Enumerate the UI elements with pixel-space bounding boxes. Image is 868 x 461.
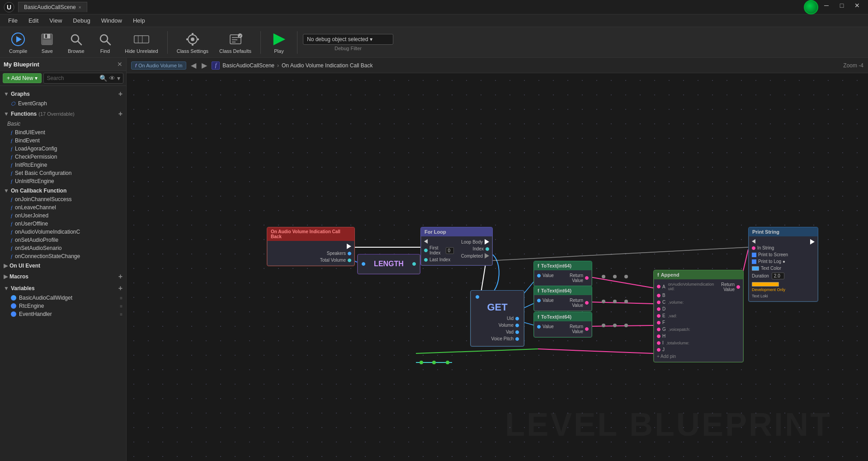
append-j-pin[interactable]: J: [654, 346, 717, 353]
to-text-3-return-pin[interactable]: Return Value: [563, 323, 591, 335]
cb-audio-vol-indication[interactable]: f onAudioVolumeIndicationC: [0, 228, 126, 236]
length-out-pin[interactable]: [412, 262, 416, 266]
func-bind-event[interactable]: f BindEvent: [0, 136, 126, 145]
print-color-swatch[interactable]: [752, 266, 759, 271]
menu-file[interactable]: File: [4, 15, 22, 26]
var-rtc-engine[interactable]: RtcEngine ≡: [0, 302, 126, 310]
get-volume-out[interactable]: Volume: [473, 322, 522, 329]
variables-section-header[interactable]: ▼ Variables +: [0, 283, 126, 294]
close-btn[interactable]: ✕: [850, 0, 864, 11]
to-text-3-value-pin[interactable]: Value: [534, 323, 563, 330]
append-h-pin[interactable]: H: [654, 333, 717, 339]
for-loop-body-pin[interactable]: Loop Body: [457, 238, 492, 245]
for-loop-index-pin[interactable]: Index: [457, 245, 492, 252]
nav-back-btn[interactable]: ◀: [189, 60, 198, 71]
event-exec-out-pin[interactable]: [268, 243, 354, 250]
print-exec-in[interactable]: [749, 238, 807, 245]
dropdown-icon[interactable]: ▾: [117, 75, 120, 82]
get-node[interactable]: GET Uid Volume Vad: [470, 290, 524, 347]
add-new-button[interactable]: + Add New ▾: [3, 73, 42, 83]
append-i-pin[interactable]: I ,totalvolume:: [654, 339, 717, 346]
print-exec-out[interactable]: [807, 238, 817, 245]
var-collapse-2[interactable]: ≡: [120, 312, 123, 317]
maximize-btn[interactable]: □: [835, 0, 849, 11]
event-node[interactable]: On Audio Volume Indication Call Back Spe…: [267, 227, 355, 266]
event-graph-item[interactable]: ⬡ EventGraph: [0, 99, 126, 108]
class-defaults-button[interactable]: ✓ Class Defaults: [216, 29, 255, 56]
print-to-screen-pin[interactable]: Print to Screen: [749, 251, 807, 258]
get-voice-pitch-out[interactable]: Voice Pitch: [473, 335, 522, 342]
menu-edit[interactable]: Edit: [24, 15, 43, 26]
to-text-2-node[interactable]: f ToText(int64) Value Return: [533, 286, 592, 311]
hide-unrelated-button[interactable]: Hide Unrelated: [121, 29, 161, 56]
for-loop-node[interactable]: For Loop First Index 0: [420, 227, 493, 266]
variables-add-btn[interactable]: +: [118, 284, 123, 292]
cb-connection-state[interactable]: f onConnectionStateChange: [0, 252, 126, 260]
to-text-1-node[interactable]: f ToText(int64) Value Return: [533, 261, 592, 287]
for-loop-completed-pin[interactable]: Completed: [457, 252, 492, 259]
minimize-btn[interactable]: ─: [819, 0, 834, 11]
function-tab[interactable]: f On Audio Volume In: [131, 61, 186, 70]
cb-leave-channel[interactable]: f onLeaveChannel: [0, 203, 126, 212]
to-text-3-node[interactable]: f ToText(int64) Value Return: [533, 312, 592, 338]
for-loop-first-index-pin[interactable]: First Index 0: [421, 245, 457, 256]
menu-debug[interactable]: Debug: [68, 15, 94, 26]
to-text-2-value-pin[interactable]: Value: [534, 297, 563, 304]
menu-window[interactable]: Window: [97, 15, 127, 26]
var-collapse-1[interactable]: ≡: [120, 304, 123, 309]
blueprint-canvas[interactable]: LEVEL BLUEPRINT: [127, 73, 868, 461]
append-a-pin[interactable]: A onAudioVolumeIndication uid:: [654, 281, 717, 292]
var-event-handler[interactable]: EventHandler ≡: [0, 310, 126, 318]
find-button[interactable]: Find: [92, 29, 118, 56]
append-e-pin[interactable]: E ,vad:: [654, 312, 717, 319]
func-check-permission[interactable]: f CheckPermission: [0, 153, 126, 161]
active-tab[interactable]: BasicAudioCallScene ×: [18, 2, 87, 12]
append-d-pin[interactable]: D: [654, 306, 717, 312]
debug-object-selector[interactable]: No debug object selected ▾: [303, 34, 393, 45]
compile-button[interactable]: Compile: [5, 29, 31, 56]
tab-close-btn[interactable]: ×: [79, 5, 81, 10]
print-in-string-pin[interactable]: In String: [749, 245, 807, 251]
get-uid-pin[interactable]: [473, 294, 522, 300]
var-basic-audio-call-widget[interactable]: BasicAudioCallWidget ≡: [0, 294, 126, 302]
append-g-pin[interactable]: G ,voicepatch:: [654, 326, 717, 333]
append-b-pin[interactable]: B: [654, 292, 717, 299]
cb-join-channel[interactable]: f onJoinChannelSuccess: [0, 195, 126, 203]
func-bind-ui-event[interactable]: f BindUIEvent: [0, 128, 126, 136]
macros-section-header[interactable]: ▶ Macros +: [0, 271, 126, 282]
graphs-section-header[interactable]: ▼ Graphs +: [0, 89, 126, 99]
for-loop-last-index-pin[interactable]: Last Index: [421, 256, 457, 263]
append-add-pin[interactable]: + Add pin: [654, 353, 717, 360]
get-vad-out[interactable]: Vad: [473, 329, 522, 335]
panel-close-btn[interactable]: ✕: [117, 61, 123, 68]
cb-set-audio-senario[interactable]: f onSetAudioSenario: [0, 244, 126, 252]
append-c-pin[interactable]: C ,volume:: [654, 299, 717, 306]
event-total-volume-pin[interactable]: Total Volume: [268, 257, 354, 263]
print-text-color-pin[interactable]: Text Color: [749, 265, 807, 272]
event-speakers-pin[interactable]: Speakers: [268, 250, 354, 257]
to-text-2-return-pin[interactable]: Return Value: [563, 297, 591, 309]
func-init-rtc-engine[interactable]: f InitRtcEngine: [0, 161, 126, 169]
functions-add-btn[interactable]: +: [118, 110, 123, 118]
to-text-1-value-pin[interactable]: Value: [534, 272, 563, 279]
print-to-log-pin[interactable]: Print to Log ●: [749, 258, 807, 265]
print-string-node[interactable]: Print String In String: [748, 227, 818, 302]
macros-add-btn[interactable]: +: [118, 273, 123, 281]
menu-help[interactable]: Help: [128, 15, 150, 26]
length-in-pin[interactable]: [362, 262, 365, 266]
class-settings-button[interactable]: Class Settings: [173, 29, 212, 56]
save-button[interactable]: Save: [34, 29, 60, 56]
play-button[interactable]: Play: [266, 29, 292, 56]
print-log-checkbox[interactable]: [752, 259, 756, 264]
print-duration-pin[interactable]: Duration 2.0: [749, 272, 807, 280]
to-text-1-return-pin[interactable]: Return Value: [563, 272, 591, 284]
var-collapse-0[interactable]: ≡: [120, 296, 123, 301]
func-set-basic-config[interactable]: f Set Basic Configuration: [0, 169, 126, 177]
first-index-input[interactable]: 0: [446, 247, 454, 254]
nav-forward-btn[interactable]: ▶: [200, 60, 209, 71]
graphs-add-btn[interactable]: +: [118, 90, 123, 98]
cb-user-joined[interactable]: f onUserJoined: [0, 212, 126, 220]
length-node[interactable]: LENGTH: [357, 254, 420, 274]
browse-button[interactable]: Browse: [63, 29, 89, 56]
callbacks-section-header[interactable]: ▼ On Callback Function: [0, 186, 126, 195]
